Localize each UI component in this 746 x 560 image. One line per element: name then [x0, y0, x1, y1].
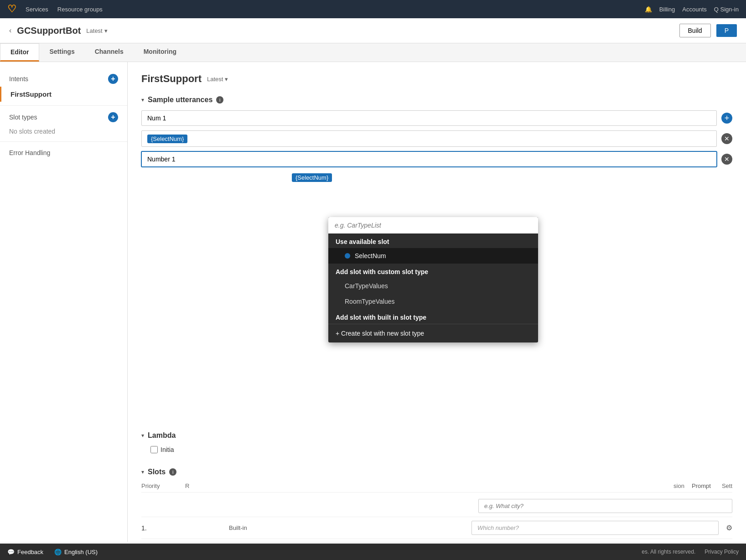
sample-utterances-header: ▾ Sample utterances i	[141, 96, 732, 104]
slot-types-section: Slot types +	[0, 109, 127, 125]
intent-version-label: Latest	[207, 76, 223, 83]
signin-link[interactable]: Q Sign-in	[714, 6, 739, 13]
intent-header: FirstSupport Latest ▾	[141, 73, 732, 85]
slot-types-label: Slot types	[9, 114, 37, 121]
col-settings: Sett	[722, 482, 732, 489]
nav-services[interactable]: Services	[26, 6, 48, 13]
nav-resource-groups[interactable]: Resource groups	[57, 6, 103, 13]
utterance-row-3: ✕ Drag text to apply Slot	[141, 151, 732, 167]
slots-info-icon[interactable]: i	[169, 468, 176, 476]
bot-name: GCSupportBot	[17, 26, 81, 36]
slots-collapse-icon[interactable]: ▾	[141, 469, 144, 475]
back-arrow-icon[interactable]: ‹	[9, 26, 11, 35]
lambda-checkbox-label: Initia	[161, 446, 174, 453]
slot-prompt-input-1[interactable]	[471, 521, 719, 535]
slot-prompt-input-empty[interactable]	[478, 499, 732, 513]
info-icon[interactable]: i	[216, 96, 223, 104]
tab-channels[interactable]: Channels	[85, 43, 134, 62]
gear-icon-1[interactable]: ⚙	[726, 524, 732, 532]
utterance-row-2: {SelectNum} ✕	[141, 130, 732, 147]
tabs-bar: Editor Settings Channels Monitoring	[0, 43, 746, 62]
lambda-title: Lambda	[148, 431, 176, 440]
col-version: sion	[673, 482, 684, 489]
slot-builtin-label: Built-in	[229, 524, 464, 531]
slot-tag-container: {SelectNum}	[292, 173, 332, 182]
add-intent-button[interactable]: +	[108, 74, 118, 84]
utterance-input-3[interactable]	[141, 151, 717, 167]
col-name	[229, 482, 666, 489]
add-builtin-slot-label: Add slot with built in slot type	[328, 309, 538, 324]
billing-link[interactable]: Billing	[659, 6, 675, 13]
sidebar-item-error-handling[interactable]: Error Handling	[0, 145, 127, 160]
slot-option-roomtypevalues[interactable]: RoomTypeValues	[328, 294, 538, 309]
utterance-row-1: + Input and add	[141, 110, 732, 126]
intents-section: Intents +	[0, 71, 127, 87]
nav-links: Services Resource groups	[26, 6, 103, 13]
lambda-checkbox[interactable]	[150, 446, 158, 453]
tab-monitoring[interactable]: Monitoring	[134, 43, 186, 62]
slot-dot-icon	[345, 253, 350, 259]
slot-priority-1: 1.	[141, 524, 178, 532]
slots-row-empty	[141, 495, 732, 517]
intents-label: Intents	[9, 75, 28, 83]
remove-utterance-button-2[interactable]: ✕	[721, 133, 732, 144]
utterance-input-1[interactable]	[141, 110, 717, 126]
aws-logo: ♡	[7, 3, 16, 15]
col-prompt: Prompt	[692, 482, 711, 489]
intent-version-chevron-icon: ▾	[225, 76, 228, 83]
lambda-header: ▾ Lambda	[141, 431, 732, 440]
version-dropdown[interactable]: Latest ▾	[86, 27, 107, 34]
slot-tag-selectnum: {SelectNum}	[292, 173, 332, 182]
version-label: Latest	[86, 27, 102, 34]
collapse-arrow-icon[interactable]: ▾	[141, 97, 144, 103]
sidebar-item-firstsupport[interactable]: FirstSupport	[0, 87, 127, 102]
build-button[interactable]: Build	[679, 24, 711, 37]
tab-settings[interactable]: Settings	[39, 43, 84, 62]
sidebar-divider-1	[0, 105, 127, 106]
accounts-link[interactable]: Accounts	[682, 6, 706, 13]
publish-button[interactable]: P	[716, 24, 737, 37]
slot-option-cartypevalues[interactable]: CarTypeValues	[328, 278, 538, 294]
add-slot-type-button[interactable]: +	[108, 112, 118, 122]
slots-header: ▾ Slots i	[141, 468, 732, 476]
slots-section: ▾ Slots i Priority R sion Prompt Sett	[141, 468, 732, 539]
remove-utterance-button-3[interactable]: ✕	[721, 154, 732, 165]
intent-version-dropdown[interactable]: Latest ▾	[207, 76, 228, 83]
create-slot-button[interactable]: + Create slot with new slot type	[328, 324, 538, 342]
chevron-down-icon: ▾	[104, 27, 108, 34]
slots-table-header: Priority R sion Prompt Sett	[141, 482, 732, 493]
utterance-slot-display-2: {SelectNum}	[141, 130, 717, 147]
top-nav-right: 🔔 Billing Accounts Q Sign-in	[645, 6, 739, 13]
slot-selectnum-label: SelectNum	[355, 252, 386, 259]
sidebar-divider-2	[0, 141, 127, 142]
slot-search-input[interactable]	[328, 217, 538, 233]
use-available-slot-label: Use available slot	[328, 233, 538, 248]
slots-row-1: 1. Built-in ⚙	[141, 517, 732, 539]
sample-utterances-title: Sample utterances	[148, 96, 212, 104]
main-layout: Intents + FirstSupport Slot types + No s…	[0, 62, 746, 542]
lambda-section: ▾ Lambda Initia	[141, 431, 732, 457]
slots-title: Slots	[148, 468, 166, 476]
no-slots-label: No slots created	[0, 125, 127, 138]
sub-header: ‹ GCSupportBot Latest ▾ Build P	[0, 18, 746, 43]
sidebar: Intents + FirstSupport Slot types + No s…	[0, 62, 128, 542]
add-custom-slot-label: Add slot with custom slot type	[328, 264, 538, 278]
lambda-collapse-icon[interactable]: ▾	[141, 432, 144, 439]
slot-dropdown: Use available slot SelectNum Add slot wi…	[328, 217, 538, 342]
notification-icon[interactable]: 🔔	[645, 6, 652, 13]
add-utterance-button-1[interactable]: +	[721, 113, 732, 124]
intent-name: FirstSupport	[141, 73, 202, 85]
col-priority: Priority	[141, 482, 178, 489]
top-nav: ♡ Services Resource groups 🔔 Billing Acc…	[0, 0, 746, 18]
tab-editor[interactable]: Editor	[0, 43, 39, 62]
col-required: R	[185, 482, 222, 489]
slot-option-selectnum[interactable]: SelectNum	[328, 248, 538, 264]
content-area: FirstSupport Latest ▾ ▾ Sample utterance…	[128, 62, 746, 542]
